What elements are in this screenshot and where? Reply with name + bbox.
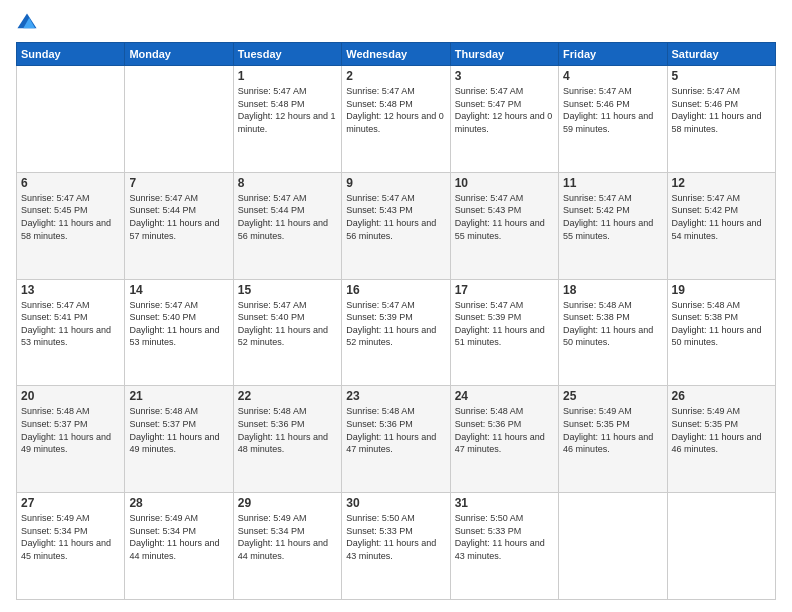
day-number: 25: [563, 389, 662, 403]
calendar-cell: 7Sunrise: 5:47 AMSunset: 5:44 PMDaylight…: [125, 172, 233, 279]
day-number: 27: [21, 496, 120, 510]
calendar-cell: 22Sunrise: 5:48 AMSunset: 5:36 PMDayligh…: [233, 386, 341, 493]
calendar-cell: 5Sunrise: 5:47 AMSunset: 5:46 PMDaylight…: [667, 66, 775, 173]
weekday-thursday: Thursday: [450, 43, 558, 66]
calendar-cell: 3Sunrise: 5:47 AMSunset: 5:47 PMDaylight…: [450, 66, 558, 173]
day-info: Sunrise: 5:47 AMSunset: 5:40 PMDaylight:…: [129, 299, 228, 349]
day-number: 1: [238, 69, 337, 83]
calendar-cell: 25Sunrise: 5:49 AMSunset: 5:35 PMDayligh…: [559, 386, 667, 493]
calendar-cell: 6Sunrise: 5:47 AMSunset: 5:45 PMDaylight…: [17, 172, 125, 279]
day-number: 14: [129, 283, 228, 297]
day-number: 12: [672, 176, 771, 190]
weekday-sunday: Sunday: [17, 43, 125, 66]
day-info: Sunrise: 5:47 AMSunset: 5:45 PMDaylight:…: [21, 192, 120, 242]
day-info: Sunrise: 5:47 AMSunset: 5:39 PMDaylight:…: [346, 299, 445, 349]
calendar-cell: 30Sunrise: 5:50 AMSunset: 5:33 PMDayligh…: [342, 493, 450, 600]
day-number: 29: [238, 496, 337, 510]
calendar-cell: 12Sunrise: 5:47 AMSunset: 5:42 PMDayligh…: [667, 172, 775, 279]
calendar-cell: 20Sunrise: 5:48 AMSunset: 5:37 PMDayligh…: [17, 386, 125, 493]
day-info: Sunrise: 5:47 AMSunset: 5:43 PMDaylight:…: [455, 192, 554, 242]
day-number: 21: [129, 389, 228, 403]
day-info: Sunrise: 5:48 AMSunset: 5:37 PMDaylight:…: [129, 405, 228, 455]
calendar-cell: 15Sunrise: 5:47 AMSunset: 5:40 PMDayligh…: [233, 279, 341, 386]
day-number: 31: [455, 496, 554, 510]
weekday-saturday: Saturday: [667, 43, 775, 66]
calendar-cell: [559, 493, 667, 600]
day-number: 22: [238, 389, 337, 403]
day-info: Sunrise: 5:49 AMSunset: 5:34 PMDaylight:…: [129, 512, 228, 562]
day-info: Sunrise: 5:47 AMSunset: 5:48 PMDaylight:…: [346, 85, 445, 135]
day-number: 26: [672, 389, 771, 403]
day-number: 9: [346, 176, 445, 190]
calendar-cell: 29Sunrise: 5:49 AMSunset: 5:34 PMDayligh…: [233, 493, 341, 600]
calendar-cell: 19Sunrise: 5:48 AMSunset: 5:38 PMDayligh…: [667, 279, 775, 386]
day-number: 13: [21, 283, 120, 297]
page: SundayMondayTuesdayWednesdayThursdayFrid…: [0, 0, 792, 612]
day-number: 19: [672, 283, 771, 297]
calendar-cell: 11Sunrise: 5:47 AMSunset: 5:42 PMDayligh…: [559, 172, 667, 279]
day-info: Sunrise: 5:47 AMSunset: 5:48 PMDaylight:…: [238, 85, 337, 135]
day-number: 17: [455, 283, 554, 297]
day-number: 6: [21, 176, 120, 190]
calendar-cell: [125, 66, 233, 173]
calendar-cell: 16Sunrise: 5:47 AMSunset: 5:39 PMDayligh…: [342, 279, 450, 386]
day-number: 18: [563, 283, 662, 297]
day-info: Sunrise: 5:49 AMSunset: 5:35 PMDaylight:…: [672, 405, 771, 455]
week-row-4: 20Sunrise: 5:48 AMSunset: 5:37 PMDayligh…: [17, 386, 776, 493]
day-info: Sunrise: 5:47 AMSunset: 5:40 PMDaylight:…: [238, 299, 337, 349]
day-info: Sunrise: 5:47 AMSunset: 5:42 PMDaylight:…: [672, 192, 771, 242]
calendar-cell: 31Sunrise: 5:50 AMSunset: 5:33 PMDayligh…: [450, 493, 558, 600]
calendar-cell: 9Sunrise: 5:47 AMSunset: 5:43 PMDaylight…: [342, 172, 450, 279]
day-number: 24: [455, 389, 554, 403]
day-info: Sunrise: 5:47 AMSunset: 5:41 PMDaylight:…: [21, 299, 120, 349]
day-number: 15: [238, 283, 337, 297]
header: [16, 12, 776, 34]
day-number: 3: [455, 69, 554, 83]
calendar-cell: 18Sunrise: 5:48 AMSunset: 5:38 PMDayligh…: [559, 279, 667, 386]
day-info: Sunrise: 5:47 AMSunset: 5:47 PMDaylight:…: [455, 85, 554, 135]
day-number: 16: [346, 283, 445, 297]
calendar-cell: 17Sunrise: 5:47 AMSunset: 5:39 PMDayligh…: [450, 279, 558, 386]
day-number: 4: [563, 69, 662, 83]
day-number: 28: [129, 496, 228, 510]
day-number: 30: [346, 496, 445, 510]
calendar-cell: 4Sunrise: 5:47 AMSunset: 5:46 PMDaylight…: [559, 66, 667, 173]
weekday-monday: Monday: [125, 43, 233, 66]
day-number: 11: [563, 176, 662, 190]
day-number: 2: [346, 69, 445, 83]
weekday-wednesday: Wednesday: [342, 43, 450, 66]
week-row-2: 6Sunrise: 5:47 AMSunset: 5:45 PMDaylight…: [17, 172, 776, 279]
day-number: 10: [455, 176, 554, 190]
calendar: SundayMondayTuesdayWednesdayThursdayFrid…: [16, 42, 776, 600]
day-info: Sunrise: 5:49 AMSunset: 5:34 PMDaylight:…: [238, 512, 337, 562]
calendar-cell: 26Sunrise: 5:49 AMSunset: 5:35 PMDayligh…: [667, 386, 775, 493]
weekday-header-row: SundayMondayTuesdayWednesdayThursdayFrid…: [17, 43, 776, 66]
day-number: 7: [129, 176, 228, 190]
week-row-1: 1Sunrise: 5:47 AMSunset: 5:48 PMDaylight…: [17, 66, 776, 173]
day-info: Sunrise: 5:48 AMSunset: 5:36 PMDaylight:…: [455, 405, 554, 455]
day-info: Sunrise: 5:48 AMSunset: 5:37 PMDaylight:…: [21, 405, 120, 455]
day-info: Sunrise: 5:47 AMSunset: 5:39 PMDaylight:…: [455, 299, 554, 349]
calendar-cell: 28Sunrise: 5:49 AMSunset: 5:34 PMDayligh…: [125, 493, 233, 600]
calendar-cell: 10Sunrise: 5:47 AMSunset: 5:43 PMDayligh…: [450, 172, 558, 279]
day-info: Sunrise: 5:47 AMSunset: 5:44 PMDaylight:…: [129, 192, 228, 242]
calendar-cell: 8Sunrise: 5:47 AMSunset: 5:44 PMDaylight…: [233, 172, 341, 279]
day-number: 20: [21, 389, 120, 403]
day-info: Sunrise: 5:50 AMSunset: 5:33 PMDaylight:…: [455, 512, 554, 562]
day-info: Sunrise: 5:50 AMSunset: 5:33 PMDaylight:…: [346, 512, 445, 562]
logo: [16, 12, 40, 34]
weekday-friday: Friday: [559, 43, 667, 66]
day-info: Sunrise: 5:48 AMSunset: 5:38 PMDaylight:…: [672, 299, 771, 349]
calendar-cell: 24Sunrise: 5:48 AMSunset: 5:36 PMDayligh…: [450, 386, 558, 493]
week-row-3: 13Sunrise: 5:47 AMSunset: 5:41 PMDayligh…: [17, 279, 776, 386]
logo-icon: [16, 12, 38, 34]
day-number: 5: [672, 69, 771, 83]
day-info: Sunrise: 5:49 AMSunset: 5:34 PMDaylight:…: [21, 512, 120, 562]
calendar-cell: 27Sunrise: 5:49 AMSunset: 5:34 PMDayligh…: [17, 493, 125, 600]
calendar-cell: 2Sunrise: 5:47 AMSunset: 5:48 PMDaylight…: [342, 66, 450, 173]
calendar-cell: [667, 493, 775, 600]
day-info: Sunrise: 5:47 AMSunset: 5:46 PMDaylight:…: [672, 85, 771, 135]
day-number: 23: [346, 389, 445, 403]
day-info: Sunrise: 5:48 AMSunset: 5:38 PMDaylight:…: [563, 299, 662, 349]
calendar-cell: 13Sunrise: 5:47 AMSunset: 5:41 PMDayligh…: [17, 279, 125, 386]
